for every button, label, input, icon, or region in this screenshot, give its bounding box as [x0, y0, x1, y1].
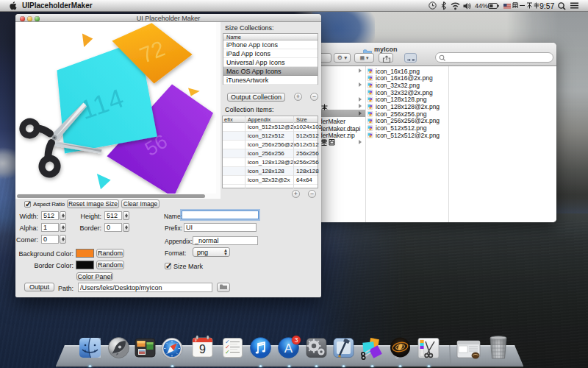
svg-text:A: A — [284, 342, 293, 355]
svg-text:9: 9 — [199, 343, 206, 355]
svg-text:✓: ✓ — [225, 349, 230, 355]
svg-text:3: 3 — [294, 336, 298, 344]
